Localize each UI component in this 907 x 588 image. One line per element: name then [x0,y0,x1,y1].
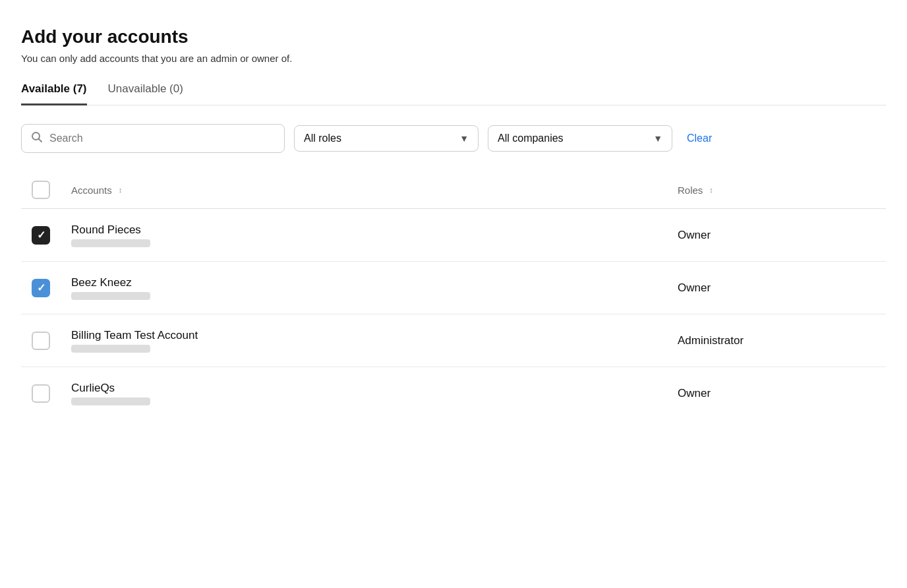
table-row: ✓ Beez Kneez Owner [21,262,886,314]
row-role-beez-kneez: Owner [678,281,875,295]
row-checkbox-col: ✓ [32,279,71,297]
row-account-info-billing-team: Billing Team Test Account [71,329,678,353]
companies-dropdown-label: All companies [498,132,564,144]
clear-button[interactable]: Clear [682,132,717,144]
row-account-sub [71,397,150,405]
header-roles-col: Roles ↕ [678,185,875,196]
row-role-round-pieces: Owner [678,229,875,242]
search-box[interactable] [21,124,285,153]
row-checkbox-beez-kneez[interactable]: ✓ [32,279,50,297]
search-icon [31,131,43,146]
svg-line-1 [39,139,42,142]
table-row: ✓ Round Pieces Owner [21,209,886,262]
row-account-sub [71,345,150,353]
row-role-billing-team: Administrator [678,334,875,347]
row-checkbox-col: ✓ [32,226,71,245]
companies-dropdown[interactable]: All companies ▼ [488,125,672,152]
companies-chevron-icon: ▼ [653,133,662,144]
row-checkbox-curlie-qs[interactable] [32,384,50,403]
row-account-info-round-pieces: Round Pieces [71,223,678,247]
roles-header-label: Roles [678,185,703,196]
header-checkbox-col [32,181,71,199]
roles-dropdown[interactable]: All roles ▼ [294,125,479,152]
roles-sort-icon[interactable]: ↕ [709,187,713,194]
tab-unavailable[interactable]: Unavailable (0) [108,82,183,105]
row-checkbox-billing-team[interactable] [32,332,50,350]
table-row: Billing Team Test Account Administrator [21,314,886,367]
row-account-name: Billing Team Test Account [71,329,678,342]
row-account-name: CurlieQs [71,382,678,395]
accounts-header-label: Accounts [71,185,112,196]
page-subtitle: You can only add accounts that you are a… [21,53,886,64]
roles-chevron-icon: ▼ [459,133,469,144]
table-row: CurlieQs Owner [21,367,886,420]
filters-row: All roles ▼ All companies ▼ Clear [21,124,886,153]
header-checkbox[interactable] [32,181,50,199]
row-account-name: Beez Kneez [71,276,678,289]
roles-dropdown-label: All roles [304,132,341,144]
table-body: ✓ Round Pieces Owner ✓ Beez Kneez Owner … [21,209,886,420]
search-input[interactable] [49,132,275,144]
accounts-sort-icon[interactable]: ↕ [119,187,123,194]
row-checkbox-col [32,332,71,350]
tabs-container: Available (7) Unavailable (0) [21,82,886,105]
row-account-name: Round Pieces [71,223,678,237]
row-role-curlie-qs: Owner [678,387,875,400]
table-header: Accounts ↕ Roles ↕ [21,171,886,209]
checkmark-icon: ✓ [37,230,45,241]
row-account-sub [71,239,150,247]
page-title: Add your accounts [21,26,886,47]
row-account-info-curlie-qs: CurlieQs [71,382,678,405]
row-account-sub [71,292,150,300]
row-account-info-beez-kneez: Beez Kneez [71,276,678,300]
header-accounts-col: Accounts ↕ [71,185,678,196]
row-checkbox-round-pieces[interactable]: ✓ [32,226,50,245]
row-checkbox-col [32,384,71,403]
tab-available[interactable]: Available (7) [21,82,87,105]
checkmark-icon: ✓ [37,283,45,293]
